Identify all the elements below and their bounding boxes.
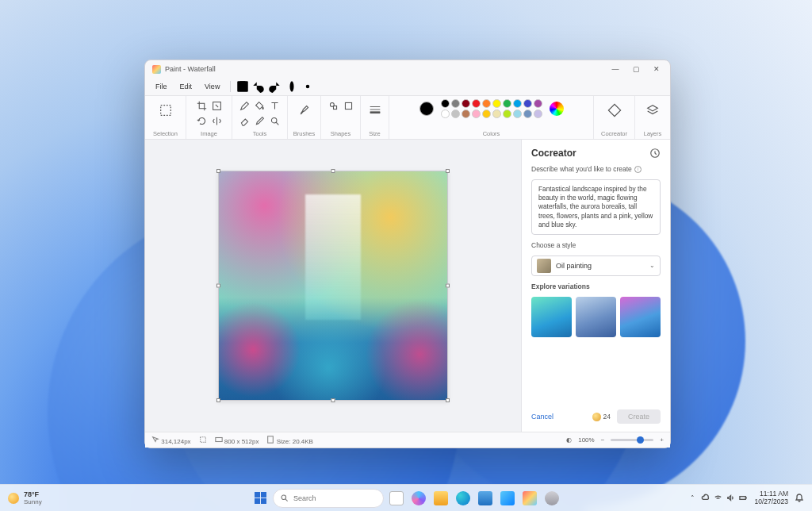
photos-icon[interactable]	[498, 489, 517, 508]
menubar: File Edit View	[145, 78, 670, 95]
task-view-icon[interactable]	[387, 489, 406, 508]
settings-icon[interactable]	[301, 79, 315, 94]
system-tray: ˄ 11:11 AM 10/27/2023	[691, 490, 804, 505]
eraser-icon[interactable]	[239, 114, 251, 127]
cancel-button[interactable]: Cancel	[531, 413, 553, 421]
close-button[interactable]: ✕	[646, 61, 667, 77]
taskbar-search[interactable]: Search	[273, 489, 384, 508]
resize-handle[interactable]	[331, 169, 335, 173]
clock[interactable]: 11:11 AM 10/27/2023	[754, 490, 788, 505]
rotate-icon[interactable]	[195, 114, 208, 127]
weather-widget[interactable]: 78°F Sunny	[8, 490, 42, 505]
minimize-button[interactable]: —	[605, 61, 626, 77]
color-swatch[interactable]	[513, 110, 522, 118]
group-label: Size	[369, 129, 381, 137]
variation-thumb[interactable]	[620, 297, 661, 337]
menu-edit[interactable]: Edit	[174, 80, 198, 93]
history-icon[interactable]	[649, 148, 661, 159]
color-swatch[interactable]	[492, 110, 501, 118]
color-swatch[interactable]	[451, 110, 460, 118]
text-icon[interactable]	[269, 99, 282, 112]
copilot-taskbar-icon[interactable]	[409, 489, 428, 508]
copilot-icon[interactable]	[285, 79, 299, 94]
start-button[interactable]	[251, 489, 270, 508]
color-swatch[interactable]	[492, 99, 501, 108]
variation-thumb[interactable]	[531, 297, 572, 337]
color-swatch[interactable]	[472, 99, 481, 108]
save-icon[interactable]	[236, 79, 250, 94]
weather-temp: 78°F	[24, 490, 42, 498]
store-icon[interactable]	[476, 489, 495, 508]
resize-handle[interactable]	[446, 284, 450, 288]
zoom-in-button[interactable]: +	[660, 436, 664, 444]
resize-icon[interactable]	[210, 99, 223, 112]
canvas-viewport[interactable]	[145, 140, 521, 432]
zoom-knob[interactable]	[637, 436, 644, 444]
describe-label: Describe what you'd like to create i	[531, 165, 661, 173]
undo-icon[interactable]	[251, 79, 266, 94]
color-swatch[interactable]	[523, 99, 532, 108]
cocreator-button[interactable]	[603, 99, 626, 121]
color-swatch[interactable]	[482, 110, 491, 118]
color-mode-icon[interactable]: ◐	[566, 436, 572, 444]
color-swatch[interactable]	[462, 99, 470, 108]
tray-chevron-icon[interactable]: ˄	[691, 494, 695, 502]
coin-icon	[592, 413, 601, 421]
resize-handle[interactable]	[331, 398, 335, 402]
color-swatch[interactable]	[503, 99, 511, 108]
zoom-slider[interactable]	[611, 439, 653, 441]
size-tool[interactable]	[364, 99, 386, 121]
color-swatch[interactable]	[503, 110, 511, 118]
settings-taskbar-icon[interactable]	[542, 489, 561, 508]
zoom-out-button[interactable]: −	[601, 436, 605, 444]
color-swatch[interactable]	[523, 110, 532, 118]
resize-handle[interactable]	[446, 169, 450, 173]
resize-handle[interactable]	[446, 398, 450, 402]
color-swatch[interactable]	[513, 99, 522, 108]
redo-icon[interactable]	[267, 79, 282, 94]
color-swatch[interactable]	[482, 99, 491, 108]
canvas[interactable]	[218, 171, 448, 401]
info-icon[interactable]: i	[634, 166, 642, 173]
pencil-icon[interactable]	[239, 99, 251, 112]
color-swatch[interactable]	[534, 99, 542, 108]
style-select[interactable]: Oil painting ⌄	[531, 256, 661, 276]
color-swatch[interactable]	[462, 110, 470, 118]
color-swatch[interactable]	[441, 110, 450, 118]
zoom-value: 100%	[578, 436, 594, 444]
dimensions-text: 800 x 512px	[224, 438, 259, 445]
create-button[interactable]: Create	[617, 409, 661, 424]
weather-cond: Sunny	[24, 498, 42, 505]
resize-handle[interactable]	[216, 284, 220, 288]
flip-icon[interactable]	[210, 114, 223, 127]
layers-button[interactable]	[642, 99, 664, 121]
crop-icon[interactable]	[195, 99, 208, 112]
color-swatch[interactable]	[472, 110, 481, 118]
fill-icon[interactable]	[254, 99, 266, 112]
color-swatch[interactable]	[451, 99, 460, 108]
color-swatch[interactable]	[441, 99, 450, 108]
menu-file[interactable]: File	[150, 80, 173, 93]
shapes-icon[interactable]	[327, 99, 339, 112]
primary-color-swatch[interactable]	[419, 102, 434, 116]
explorer-icon[interactable]	[431, 489, 450, 508]
edit-colors-icon[interactable]	[550, 102, 564, 116]
menu-view[interactable]: View	[199, 80, 225, 93]
svg-rect-7	[333, 106, 336, 109]
variation-thumb[interactable]	[576, 297, 616, 337]
notifications-icon[interactable]	[795, 493, 804, 504]
edge-icon[interactable]	[454, 489, 473, 508]
resize-handle[interactable]	[216, 169, 220, 173]
brush-tool[interactable]	[293, 99, 316, 121]
resize-handle[interactable]	[216, 398, 220, 402]
prompt-input[interactable]: Fantastical landscape inspired by the be…	[531, 179, 661, 235]
color-swatch[interactable]	[534, 110, 542, 118]
outline-icon[interactable]	[342, 99, 354, 112]
tray-icons[interactable]	[701, 494, 748, 502]
magnifier-icon[interactable]	[269, 114, 282, 127]
picker-icon[interactable]	[254, 114, 266, 127]
paint-taskbar-icon[interactable]	[520, 489, 539, 508]
maximize-button[interactable]: ▢	[626, 61, 646, 77]
group-cocreator: Cocreator	[594, 96, 635, 139]
select-tool[interactable]	[155, 99, 177, 121]
